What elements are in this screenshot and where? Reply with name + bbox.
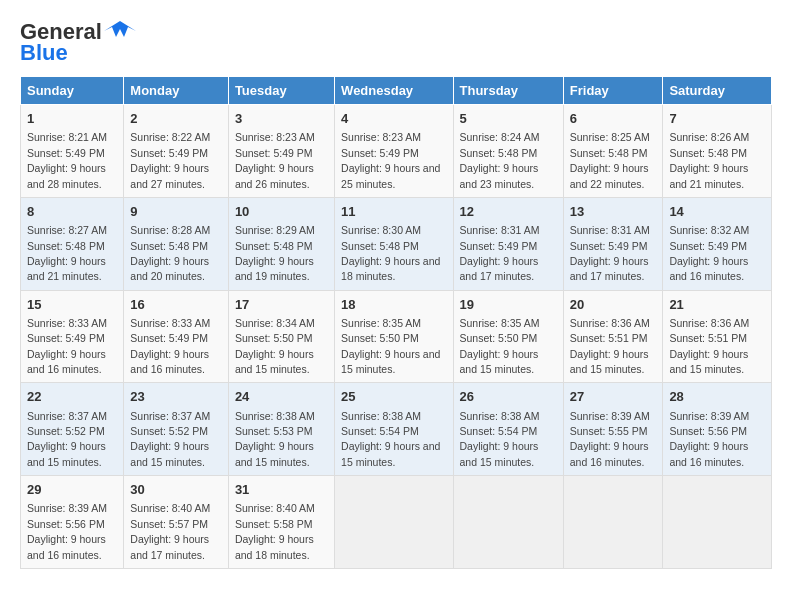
calendar-cell: 16 Sunrise: 8:33 AMSunset: 5:49 PMDaylig… [124,290,229,383]
calendar-cell: 25 Sunrise: 8:38 AMSunset: 5:54 PMDaylig… [335,383,453,476]
day-info: Sunrise: 8:29 AMSunset: 5:48 PMDaylight:… [235,224,315,282]
calendar-cell: 23 Sunrise: 8:37 AMSunset: 5:52 PMDaylig… [124,383,229,476]
day-info: Sunrise: 8:40 AMSunset: 5:58 PMDaylight:… [235,502,315,560]
calendar-table: SundayMondayTuesdayWednesdayThursdayFrid… [20,76,772,569]
calendar-cell: 13 Sunrise: 8:31 AMSunset: 5:49 PMDaylig… [563,197,663,290]
calendar-cell: 28 Sunrise: 8:39 AMSunset: 5:56 PMDaylig… [663,383,772,476]
day-number: 15 [27,296,117,314]
day-number: 10 [235,203,328,221]
week-row-5: 29 Sunrise: 8:39 AMSunset: 5:56 PMDaylig… [21,476,772,569]
calendar-cell: 24 Sunrise: 8:38 AMSunset: 5:53 PMDaylig… [228,383,334,476]
day-info: Sunrise: 8:35 AMSunset: 5:50 PMDaylight:… [341,317,440,375]
calendar-cell: 26 Sunrise: 8:38 AMSunset: 5:54 PMDaylig… [453,383,563,476]
logo-bird-icon [104,19,136,41]
day-info: Sunrise: 8:38 AMSunset: 5:54 PMDaylight:… [341,410,440,468]
day-number: 31 [235,481,328,499]
week-row-2: 8 Sunrise: 8:27 AMSunset: 5:48 PMDayligh… [21,197,772,290]
day-info: Sunrise: 8:26 AMSunset: 5:48 PMDaylight:… [669,131,749,189]
day-number: 6 [570,110,657,128]
col-header-sunday: Sunday [21,77,124,105]
day-number: 19 [460,296,557,314]
calendar-cell: 7 Sunrise: 8:26 AMSunset: 5:48 PMDayligh… [663,105,772,198]
day-number: 5 [460,110,557,128]
col-header-friday: Friday [563,77,663,105]
calendar-cell: 17 Sunrise: 8:34 AMSunset: 5:50 PMDaylig… [228,290,334,383]
calendar-cell: 15 Sunrise: 8:33 AMSunset: 5:49 PMDaylig… [21,290,124,383]
day-number: 1 [27,110,117,128]
calendar-cell: 5 Sunrise: 8:24 AMSunset: 5:48 PMDayligh… [453,105,563,198]
col-header-tuesday: Tuesday [228,77,334,105]
logo: General Blue [20,20,136,66]
week-row-1: 1 Sunrise: 8:21 AMSunset: 5:49 PMDayligh… [21,105,772,198]
calendar-cell: 1 Sunrise: 8:21 AMSunset: 5:49 PMDayligh… [21,105,124,198]
day-info: Sunrise: 8:23 AMSunset: 5:49 PMDaylight:… [235,131,315,189]
day-number: 23 [130,388,222,406]
day-info: Sunrise: 8:36 AMSunset: 5:51 PMDaylight:… [669,317,749,375]
calendar-cell [335,476,453,569]
day-number: 2 [130,110,222,128]
week-row-4: 22 Sunrise: 8:37 AMSunset: 5:52 PMDaylig… [21,383,772,476]
calendar-cell: 11 Sunrise: 8:30 AMSunset: 5:48 PMDaylig… [335,197,453,290]
col-header-saturday: Saturday [663,77,772,105]
calendar-cell: 2 Sunrise: 8:22 AMSunset: 5:49 PMDayligh… [124,105,229,198]
day-info: Sunrise: 8:24 AMSunset: 5:48 PMDaylight:… [460,131,540,189]
calendar-cell [563,476,663,569]
day-number: 9 [130,203,222,221]
day-number: 14 [669,203,765,221]
calendar-cell: 8 Sunrise: 8:27 AMSunset: 5:48 PMDayligh… [21,197,124,290]
day-info: Sunrise: 8:21 AMSunset: 5:49 PMDaylight:… [27,131,107,189]
day-number: 28 [669,388,765,406]
day-info: Sunrise: 8:33 AMSunset: 5:49 PMDaylight:… [27,317,107,375]
day-info: Sunrise: 8:39 AMSunset: 5:56 PMDaylight:… [669,410,749,468]
calendar-cell: 30 Sunrise: 8:40 AMSunset: 5:57 PMDaylig… [124,476,229,569]
day-number: 8 [27,203,117,221]
day-number: 16 [130,296,222,314]
day-number: 26 [460,388,557,406]
calendar-cell [663,476,772,569]
svg-marker-0 [104,21,136,37]
day-number: 13 [570,203,657,221]
day-number: 3 [235,110,328,128]
day-info: Sunrise: 8:39 AMSunset: 5:56 PMDaylight:… [27,502,107,560]
day-number: 7 [669,110,765,128]
day-info: Sunrise: 8:37 AMSunset: 5:52 PMDaylight:… [130,410,210,468]
day-number: 27 [570,388,657,406]
calendar-cell [453,476,563,569]
day-info: Sunrise: 8:35 AMSunset: 5:50 PMDaylight:… [460,317,540,375]
day-number: 22 [27,388,117,406]
calendar-cell: 9 Sunrise: 8:28 AMSunset: 5:48 PMDayligh… [124,197,229,290]
logo-blue: Blue [20,40,68,66]
day-number: 11 [341,203,446,221]
day-info: Sunrise: 8:23 AMSunset: 5:49 PMDaylight:… [341,131,440,189]
day-number: 24 [235,388,328,406]
col-header-thursday: Thursday [453,77,563,105]
header-row: SundayMondayTuesdayWednesdayThursdayFrid… [21,77,772,105]
day-number: 18 [341,296,446,314]
day-number: 30 [130,481,222,499]
day-number: 20 [570,296,657,314]
week-row-3: 15 Sunrise: 8:33 AMSunset: 5:49 PMDaylig… [21,290,772,383]
header: General Blue [20,20,772,66]
day-info: Sunrise: 8:30 AMSunset: 5:48 PMDaylight:… [341,224,440,282]
day-info: Sunrise: 8:38 AMSunset: 5:53 PMDaylight:… [235,410,315,468]
calendar-cell: 3 Sunrise: 8:23 AMSunset: 5:49 PMDayligh… [228,105,334,198]
day-info: Sunrise: 8:39 AMSunset: 5:55 PMDaylight:… [570,410,650,468]
day-info: Sunrise: 8:27 AMSunset: 5:48 PMDaylight:… [27,224,107,282]
day-info: Sunrise: 8:31 AMSunset: 5:49 PMDaylight:… [570,224,650,282]
day-number: 12 [460,203,557,221]
day-number: 17 [235,296,328,314]
col-header-wednesday: Wednesday [335,77,453,105]
col-header-monday: Monday [124,77,229,105]
calendar-cell: 10 Sunrise: 8:29 AMSunset: 5:48 PMDaylig… [228,197,334,290]
day-number: 25 [341,388,446,406]
calendar-cell: 21 Sunrise: 8:36 AMSunset: 5:51 PMDaylig… [663,290,772,383]
day-info: Sunrise: 8:38 AMSunset: 5:54 PMDaylight:… [460,410,540,468]
day-info: Sunrise: 8:40 AMSunset: 5:57 PMDaylight:… [130,502,210,560]
day-info: Sunrise: 8:32 AMSunset: 5:49 PMDaylight:… [669,224,749,282]
day-info: Sunrise: 8:37 AMSunset: 5:52 PMDaylight:… [27,410,107,468]
day-info: Sunrise: 8:28 AMSunset: 5:48 PMDaylight:… [130,224,210,282]
calendar-cell: 19 Sunrise: 8:35 AMSunset: 5:50 PMDaylig… [453,290,563,383]
day-info: Sunrise: 8:31 AMSunset: 5:49 PMDaylight:… [460,224,540,282]
calendar-cell: 31 Sunrise: 8:40 AMSunset: 5:58 PMDaylig… [228,476,334,569]
calendar-cell: 14 Sunrise: 8:32 AMSunset: 5:49 PMDaylig… [663,197,772,290]
